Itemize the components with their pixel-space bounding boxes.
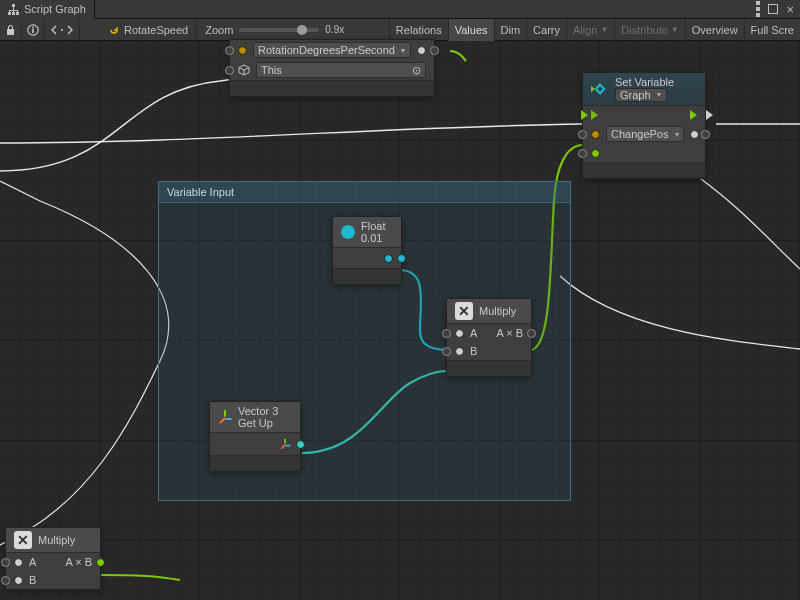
port-out[interactable] (397, 254, 406, 263)
menu-relations[interactable]: Relations (389, 19, 448, 41)
svg-rect-2 (12, 12, 15, 15)
title-bar: Script Graph × (0, 0, 800, 19)
node-top-fields[interactable]: RotationDegreesPerSecond▾ This⊙ (229, 39, 435, 97)
lock-icon (5, 24, 16, 36)
multiply-icon: ✕ (14, 531, 32, 549)
port-out[interactable] (527, 329, 536, 338)
port-b-in[interactable] (442, 347, 451, 356)
label-a: A (29, 556, 36, 568)
lock-button[interactable] (0, 20, 22, 40)
port-value-in[interactable] (578, 149, 587, 158)
dot-orange (591, 130, 600, 139)
zoom-control: Zoom 0.9x (197, 24, 352, 36)
multiply-icon: ✕ (455, 302, 473, 320)
vector3-icon (218, 410, 232, 424)
maximize-icon[interactable] (768, 4, 778, 14)
svg-rect-6 (9, 10, 10, 12)
node-title: Multiply (38, 534, 75, 546)
port-dot (384, 254, 393, 263)
zoom-knob[interactable] (297, 25, 307, 35)
menu-distribute[interactable]: Distribute▼ (614, 19, 684, 41)
node-multiply[interactable]: ✕ Multiply A A × B B (446, 298, 532, 377)
tab-label: Script Graph (24, 3, 86, 15)
zoom-label: Zoom (205, 24, 233, 36)
svg-rect-4 (13, 7, 14, 10)
scope-dropdown[interactable]: Graph▾ (615, 88, 667, 102)
label-out: A × B (496, 327, 523, 339)
menu-align[interactable]: Align▼ (566, 19, 614, 41)
port-out[interactable] (430, 46, 439, 55)
port-a-in[interactable] (442, 329, 451, 338)
variable-name: RotateSpeed (124, 24, 188, 36)
menu-overview[interactable]: Overview (685, 19, 744, 41)
close-icon[interactable]: × (784, 3, 796, 16)
node-line2: Get Up (238, 417, 278, 429)
field-this[interactable]: This⊙ (256, 62, 426, 78)
float-type-icon (341, 225, 355, 239)
port-b-in[interactable] (1, 576, 10, 585)
flow-out-vis (690, 110, 697, 120)
node-title: Float (361, 220, 385, 232)
tab-script-graph[interactable]: Script Graph (0, 0, 95, 19)
node-float[interactable]: Float 0.01 (332, 216, 402, 285)
node-set-variable[interactable]: Set Variable Graph▾ ChangePos▾ (582, 72, 706, 179)
float-value: 0.01 (361, 232, 385, 244)
toolbar: RotateSpeed Zoom 0.9x Relations Values D… (0, 19, 800, 41)
svg-rect-11 (32, 29, 34, 33)
toolbar-menu: Relations Values Dim Carry Align▼ Distri… (389, 19, 800, 41)
port-out[interactable] (96, 558, 105, 567)
info-icon (27, 24, 39, 36)
kebab-icon[interactable] (756, 1, 760, 17)
expand-icon (51, 24, 73, 36)
cube-icon (238, 64, 250, 76)
label-out: A × B (65, 556, 92, 568)
port-in-2[interactable] (225, 66, 234, 75)
flow-in[interactable] (581, 110, 588, 120)
flow-in-vis (591, 110, 598, 120)
port-name-in[interactable] (578, 130, 587, 139)
svg-point-12 (61, 29, 63, 31)
node-title: Multiply (479, 305, 516, 317)
dot (14, 558, 23, 567)
port-out[interactable] (296, 440, 305, 449)
dot-green (591, 149, 600, 158)
graph-canvas[interactable]: RotationDegreesPerSecond▾ This⊙ Set Vari… (0, 41, 800, 600)
field-rotation-degrees[interactable]: RotationDegreesPerSecond▾ (253, 42, 411, 58)
menu-values[interactable]: Values (448, 19, 494, 41)
label-b: B (470, 345, 477, 357)
group-title: Variable Input (167, 186, 234, 198)
zoom-slider[interactable] (239, 28, 319, 32)
node-title: Set Variable (615, 76, 674, 88)
label-a: A (470, 327, 477, 339)
variable-selector[interactable]: RotateSpeed (100, 20, 197, 40)
info-button[interactable] (22, 20, 44, 40)
svg-rect-7 (17, 10, 18, 12)
axis-mini-icon (279, 438, 290, 449)
dot (14, 576, 23, 585)
port-dot (238, 46, 247, 55)
window-controls: × (752, 0, 800, 19)
set-variable-icon (591, 82, 609, 96)
variable-dropdown[interactable]: ChangePos▾ (606, 126, 684, 142)
zoom-value: 0.9x (325, 24, 344, 35)
menu-dim[interactable]: Dim (494, 19, 527, 41)
svg-rect-3 (16, 12, 19, 15)
port-right-dot (690, 130, 699, 139)
node-vector3-getup[interactable]: Vector 3 Get Up (209, 401, 301, 472)
graph-tree-icon (8, 4, 19, 15)
menu-fullscreen[interactable]: Full Scre (744, 19, 800, 41)
dot (455, 347, 464, 356)
port-right-dot[interactable] (417, 46, 426, 55)
flow-out[interactable] (706, 110, 713, 120)
dot (455, 329, 464, 338)
node-multiply-2[interactable]: ✕ Multiply A A × B B (5, 527, 101, 590)
port-in[interactable] (225, 46, 234, 55)
port-a-in[interactable] (1, 558, 10, 567)
port-name-out[interactable] (701, 130, 710, 139)
expand-button[interactable] (44, 20, 80, 40)
node-line1: Vector 3 (238, 405, 278, 417)
svg-rect-1 (8, 12, 11, 15)
rotate-var-icon (108, 24, 120, 36)
menu-carry[interactable]: Carry (526, 19, 566, 41)
label-b: B (29, 574, 36, 586)
